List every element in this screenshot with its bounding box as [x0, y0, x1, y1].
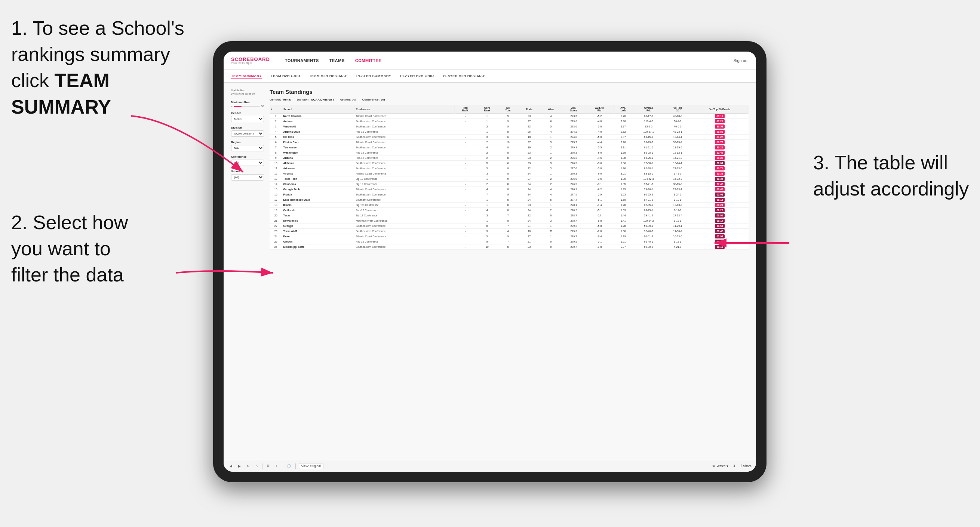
col-rag-rank: RagRank — [454, 105, 476, 114]
cell-conf-rank: 8 — [476, 224, 498, 229]
cell-adj-score: 276.9 — [562, 176, 585, 182]
cell-record: 15-32-2 — [664, 176, 691, 182]
filter-slider[interactable]: 4 30 — [231, 105, 264, 108]
cell-rank: 4 — [270, 129, 282, 135]
cell-overall: 32-40-3 — [633, 229, 664, 234]
school-select[interactable]: (All) — [231, 174, 264, 181]
cell-rank: 25 — [270, 239, 282, 244]
cell-wins: 1 — [540, 171, 562, 176]
cell-rnds: 24 — [518, 171, 540, 176]
cell-rank: 24 — [270, 234, 282, 239]
cell-adj-score: 276.9 — [562, 187, 585, 192]
cell-avg-par: -5.8 — [585, 218, 613, 224]
cell-record: 11-29-1 — [664, 224, 691, 229]
cell-conf-rank: 1 — [476, 197, 498, 203]
cell-overall: 104-42-3 — [633, 176, 664, 182]
col-rnds: Rnds — [518, 105, 540, 114]
cell-no-tour: 6 — [498, 161, 518, 166]
cell-rank: 18 — [270, 203, 282, 208]
division-select[interactable]: NCAA Division I — [231, 130, 264, 137]
cell-rag: - — [454, 197, 476, 203]
cell-rnds: 24 — [518, 187, 540, 192]
cell-rnds: 23 — [518, 156, 540, 161]
cell-record: 9-19-1 — [664, 239, 691, 244]
toolbar-refresh[interactable]: ↻ — [245, 464, 251, 469]
cell-rag: - — [454, 114, 476, 119]
nav-committee[interactable]: COMMITTEE — [355, 58, 382, 63]
filter-school: School (All) — [231, 170, 264, 181]
instruction-2: 2. Select how you want to filter the dat… — [11, 209, 128, 288]
tab-player-h2h-grid[interactable]: PLAYER H2H GRID — [400, 74, 434, 79]
cell-rank: 12 — [270, 171, 282, 176]
cell-conference: Southeastern Conference — [355, 124, 454, 129]
conference-select[interactable]: (All) — [231, 160, 264, 166]
cell-school: Georgia Tech — [282, 187, 355, 192]
cell-adj-score: 273.6 — [562, 124, 585, 129]
cell-avg-low: 1.85 — [613, 187, 633, 192]
toolbar-back[interactable]: ◀ — [228, 464, 234, 469]
cell-points: 87.21 — [691, 119, 749, 124]
watch-button[interactable]: 👁 Watch ▾ — [712, 464, 729, 468]
cell-record: 4-21-0 — [664, 244, 691, 250]
nav-teams[interactable]: TEAMS — [329, 58, 345, 63]
cell-school: Texas A&M — [282, 229, 355, 234]
cell-adj-score: 279.3 — [562, 229, 585, 234]
cell-avg-low: 1.44 — [613, 213, 633, 218]
toolbar-copy[interactable]: ⧉ — [266, 463, 271, 469]
cell-record: 12-14-1 — [664, 135, 691, 140]
tab-team-h2h-grid[interactable]: TEAM H2H GRID — [271, 74, 300, 79]
filter-conference: Conference (All) — [231, 155, 264, 166]
cell-rnds: 24 — [518, 182, 540, 187]
cell-points: 68.13 — [691, 244, 749, 250]
cell-no-tour: 8 — [498, 182, 518, 187]
toolbar-forward[interactable]: ▶ — [237, 464, 242, 469]
table-row: 15 Georgia Tech Atlantic Coast Conferenc… — [270, 187, 749, 192]
cell-conference: Southeastern Conference — [355, 224, 454, 229]
cell-school: Ole Miss — [282, 135, 355, 140]
slider-track[interactable] — [234, 106, 260, 107]
cell-points: 68.18 — [691, 239, 749, 244]
division-filter-display: Division: NCAA Division I — [297, 98, 334, 101]
region-filter-display: Region: All — [339, 98, 356, 101]
toolbar-download[interactable]: ⬇ — [731, 464, 737, 469]
tab-team-summary[interactable]: TEAM SUMMARY — [231, 74, 262, 79]
tab-team-h2h-heatmap[interactable]: TEAM H2H HEATMAP — [309, 74, 347, 79]
share-button[interactable]: ⤴ Share — [740, 464, 751, 468]
toolbar-home[interactable]: ⌂ — [254, 464, 259, 469]
cell-school: Georgia — [282, 224, 355, 229]
filter-conference-label: Conference — [231, 155, 264, 159]
cell-rank: 16 — [270, 192, 282, 197]
toolbar-clock[interactable]: 🕐 — [285, 464, 293, 469]
cell-school: Florida State — [282, 140, 355, 145]
region-select[interactable]: N/A — [231, 145, 264, 151]
cell-points: 85.38 — [691, 171, 749, 176]
cell-conf-rank: 1 — [476, 129, 498, 135]
toolbar-add[interactable]: + — [274, 464, 278, 469]
cell-overall: 87-21-2 — [633, 197, 664, 203]
cell-conference: Pac-12 Conference — [355, 129, 454, 135]
tab-player-summary[interactable]: PLAYER SUMMARY — [356, 74, 391, 79]
cell-conference: Mountain West Conference — [355, 218, 454, 224]
tab-player-h2h-heatmap[interactable]: PLAYER H2H HEATMAP — [443, 74, 485, 79]
cell-rag: - — [454, 135, 476, 140]
cell-wins: 6 — [540, 119, 562, 124]
cell-wins: 3 — [540, 140, 562, 145]
cell-conf-rank: 4 — [476, 145, 498, 150]
nav-tournaments[interactable]: TOURNAMENTS — [285, 58, 319, 63]
cell-rank: 2 — [270, 119, 282, 124]
view-original-button[interactable]: View: Original — [299, 463, 323, 469]
conference-filter-display: Conference: All — [362, 98, 385, 101]
col-overall: OverallRd. — [633, 105, 664, 114]
sign-out-link[interactable]: Sign out — [733, 58, 749, 63]
cell-wins: 5 — [540, 197, 562, 203]
cell-avg-low: 1.98 — [613, 156, 633, 161]
cell-avg-par: -5.8 — [585, 224, 613, 229]
instruction-1: 1. To see a School's rankings summary cl… — [11, 15, 198, 120]
cell-points: 80.24 — [691, 203, 749, 208]
table-row: 8 Washington Pac-12 Conference - 2 8 23 … — [270, 150, 749, 156]
cell-overall: 90-51-2 — [633, 234, 664, 239]
gender-select[interactable]: Men's — [231, 116, 264, 122]
cell-avg-par: -4.4 — [585, 140, 613, 145]
cell-rag: - — [454, 182, 476, 187]
cell-wins: 1 — [540, 234, 562, 239]
